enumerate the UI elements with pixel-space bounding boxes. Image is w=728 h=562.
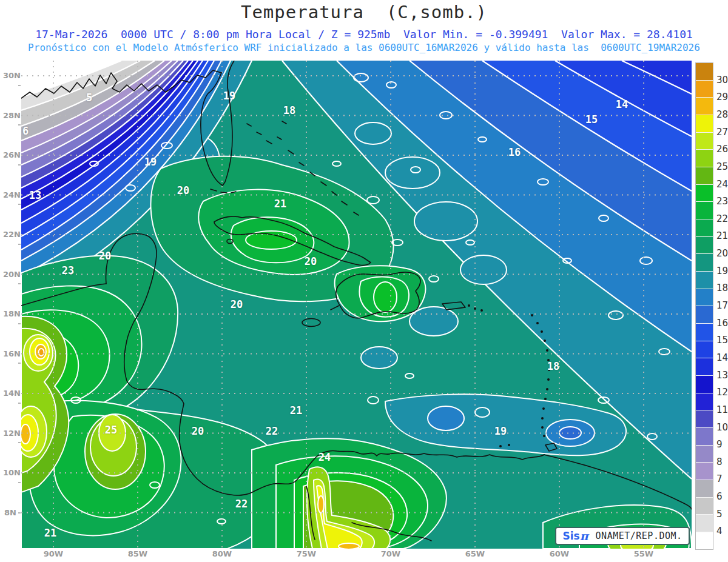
- colorbar-segment: [696, 97, 713, 115]
- colorbar-segment: [696, 132, 713, 150]
- agency-logo: Sisπ ONAMET/REP.DOM.: [555, 527, 690, 545]
- colorbar-segment: [696, 532, 713, 549]
- colorbar-segment: [696, 514, 713, 532]
- colorbar-level-label: 4: [716, 526, 723, 537]
- colorbar-level-label: 27: [716, 127, 728, 138]
- lat-tick-label: 8N: [0, 508, 21, 517]
- colorbar-level-label: 16: [716, 318, 728, 329]
- colorbar-segment: [696, 253, 713, 271]
- colorbar-segment: [696, 236, 713, 254]
- colorbar-segment: [696, 201, 713, 219]
- colorbar-level-label: 12: [716, 387, 728, 398]
- colorbar-level-label: 23: [716, 196, 728, 207]
- lon-tick-label: 70W: [377, 549, 404, 558]
- contour-value-label: 20: [99, 250, 111, 262]
- lat-tick-label: 16N: [0, 349, 21, 367]
- contour-value-label: 20: [305, 255, 317, 267]
- colorbar-segment: [696, 219, 713, 236]
- colorbar-segment: [696, 271, 713, 289]
- lat-tick-label: 18N: [0, 309, 21, 327]
- colorbar-level-label: 7: [716, 473, 723, 484]
- colorbar-level-label: 15: [716, 335, 728, 346]
- colorbar-segment: [696, 184, 713, 202]
- contour-value-label: 18: [547, 360, 559, 372]
- temperature-map: 5613191814151619202120202320181921222425…: [21, 61, 692, 549]
- contour-value-label: 14: [616, 98, 628, 110]
- colorbar-segment: [696, 480, 713, 497]
- page-title: Temperatura (C,somb.): [0, 2, 728, 22]
- lat-tick-label: 10N: [0, 468, 21, 486]
- lat-tick-label: 20N: [0, 270, 21, 288]
- colorbar-level-label: 28: [716, 109, 728, 120]
- colorbar-level-label: 29: [716, 92, 728, 102]
- lon-tick-label: 90W: [40, 549, 67, 558]
- colorbar-segment: [696, 167, 713, 184]
- contour-value-label: 21: [274, 198, 286, 210]
- colorbar-segment: [696, 497, 713, 515]
- colorbar-segment: [696, 63, 713, 80]
- contour-value-label: 24: [318, 451, 331, 463]
- contour-value-label: 19: [494, 425, 507, 437]
- colorbar-segment: [696, 80, 713, 98]
- logo-brand-prefix: Sis: [562, 530, 579, 542]
- pi-icon: π: [580, 529, 588, 543]
- contour-value-label: 22: [235, 498, 248, 510]
- colorbar-segment: [696, 341, 713, 358]
- contour-value-label: 20: [192, 425, 204, 437]
- colorbar-segment: [696, 375, 713, 393]
- colorbar-level-label: 19: [716, 266, 728, 276]
- contour-value-label: 23: [62, 264, 74, 276]
- contour-value-label: 16: [508, 146, 521, 158]
- colorbar-level-label: 25: [716, 161, 728, 172]
- lat-tick-label: 14N: [0, 389, 21, 407]
- contour-value-label: 25: [105, 424, 117, 436]
- colorbar-segment: [696, 323, 713, 341]
- contour-value-label: 20: [231, 298, 243, 310]
- lon-tick-label: 85W: [124, 549, 151, 558]
- colorbar-level-label: 10: [716, 422, 728, 433]
- colorbar-segment: [696, 393, 713, 410]
- colorbar-level-label: 5: [716, 509, 723, 520]
- lon-tick-label: 55W: [630, 549, 657, 558]
- colorbar-level-label: 26: [716, 144, 728, 155]
- colorbar-level-label: 22: [716, 213, 728, 224]
- lat-tick-label: 12N: [0, 429, 21, 447]
- lon-tick-label: 75W: [293, 549, 320, 558]
- colorbar-level-label: 6: [716, 491, 723, 502]
- colorbar-level-label: 24: [716, 179, 728, 190]
- lon-tick-label: 60W: [546, 549, 573, 558]
- contour-value-label: 19: [223, 90, 235, 102]
- contour-value-label: 22: [266, 425, 278, 437]
- colorbar-level-label: 9: [716, 439, 723, 450]
- contour-value-label: 6: [22, 125, 29, 137]
- colorbar-segment: [696, 462, 713, 480]
- colorbar-segment: [696, 427, 713, 445]
- colorbar-level-label: 17: [716, 300, 728, 311]
- model-info-line: Pronóstico con el Modelo Atmósferico WRF…: [0, 42, 728, 53]
- colorbar-segment: [696, 149, 713, 167]
- colorbar-segment: [696, 445, 713, 463]
- colorbar: [695, 62, 713, 550]
- lon-tick-label: 80W: [209, 549, 235, 558]
- colorbar-level-label: 30: [716, 75, 728, 85]
- colorbar-level-label: 21: [716, 230, 728, 241]
- colorbar-segment: [696, 115, 713, 132]
- contour-value-label: 13: [29, 189, 41, 201]
- contour-value-label: 21: [44, 527, 56, 539]
- colorbar-level-label: 14: [716, 352, 728, 363]
- colorbar-level-label: 13: [716, 370, 728, 381]
- contour-value-label: 19: [144, 156, 157, 168]
- logo-agency-text: ONAMET/REP.DOM.: [596, 530, 682, 541]
- colorbar-level-label: 11: [716, 404, 728, 415]
- contour-value-label: 21: [290, 404, 302, 416]
- colorbar-segment: [696, 410, 713, 427]
- valid-time-line: 17-Mar-2026 0000 UTC / 8:00 pm Hora Loca…: [0, 28, 728, 41]
- lat-tick-label: 22N: [0, 230, 21, 248]
- lat-tick-label: 30N: [0, 71, 21, 89]
- lon-tick-label: 65W: [462, 549, 488, 558]
- colorbar-level-label: 8: [716, 457, 723, 467]
- contour-value-label: 18: [283, 104, 295, 116]
- colorbar-level-label: 18: [716, 283, 728, 293]
- lat-tick-label: 28N: [0, 111, 21, 129]
- colorbar-segment: [696, 358, 713, 375]
